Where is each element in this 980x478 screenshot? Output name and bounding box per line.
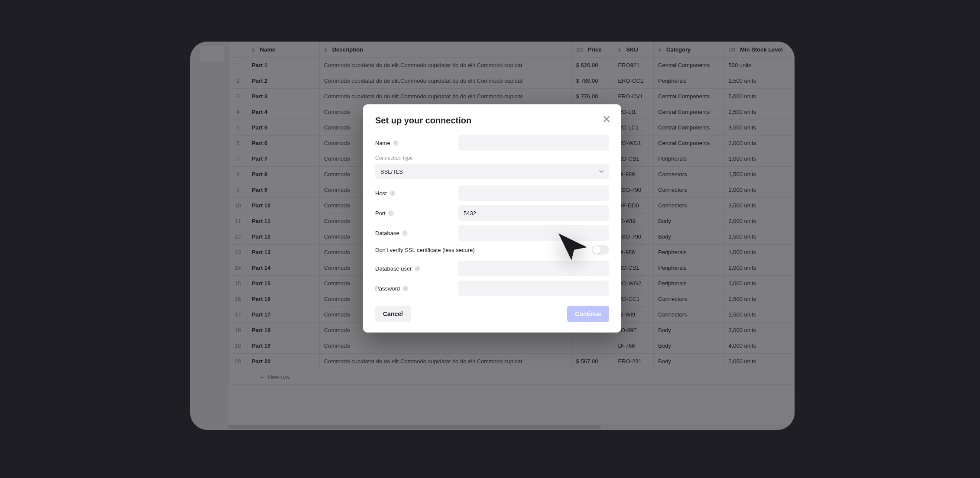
cancel-button[interactable]: Cancel: [375, 306, 411, 322]
info-icon[interactable]: i: [402, 286, 408, 291]
close-button[interactable]: [600, 113, 613, 125]
name-input[interactable]: [458, 135, 609, 151]
database-input[interactable]: [458, 225, 609, 241]
connection-type-select[interactable]: SSL/TLS: [375, 164, 609, 179]
database-label: Database i: [375, 230, 453, 236]
connection-type-label: Connection type: [375, 155, 609, 161]
continue-button[interactable]: Continue: [567, 306, 609, 322]
info-icon[interactable]: i: [389, 191, 395, 196]
info-icon[interactable]: i: [388, 210, 394, 216]
port-label: Port i: [375, 210, 453, 216]
database-user-label: Database user i: [375, 265, 453, 272]
ssl-verify-toggle[interactable]: [592, 245, 609, 255]
close-icon: [604, 116, 610, 122]
host-input[interactable]: [458, 185, 609, 201]
host-label: Host i: [375, 190, 453, 197]
database-user-input[interactable]: [458, 261, 609, 276]
port-input[interactable]: [458, 205, 609, 221]
ssl-verify-label: Don't verify SSL certificate (less secur…: [375, 247, 475, 253]
info-icon[interactable]: i: [415, 266, 420, 271]
chevron-down-icon: [599, 169, 604, 174]
connection-modal: Set up your connection Name i Connection…: [363, 104, 621, 333]
connection-type-value: SSL/TLS: [380, 168, 403, 175]
name-label: Name i: [375, 140, 453, 146]
info-icon[interactable]: i: [402, 230, 408, 236]
toggle-knob: [593, 246, 600, 254]
password-input[interactable]: [458, 281, 609, 296]
password-label: Password i: [375, 285, 453, 292]
info-icon[interactable]: i: [393, 140, 399, 146]
modal-title: Set up your connection: [375, 116, 609, 126]
